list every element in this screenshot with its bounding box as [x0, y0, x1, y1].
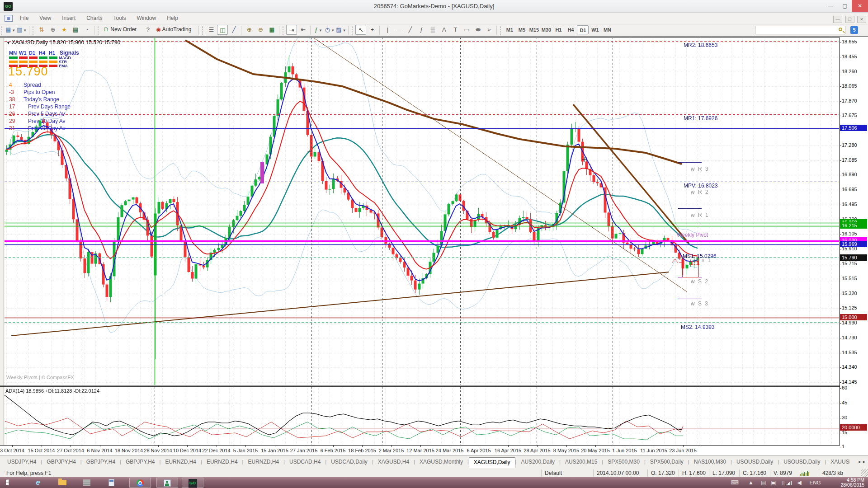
- trend-line-button[interactable]: ╱: [405, 25, 415, 35]
- lang-indicator[interactable]: ENG: [807, 477, 823, 488]
- monitor-tray-icon[interactable]: ▣: [769, 477, 778, 488]
- expert-advisors-button[interactable]: ?: [142, 25, 153, 35]
- keyboard-icon[interactable]: ⌨: [729, 477, 741, 488]
- fibonacci-button[interactable]: ƒ: [416, 25, 427, 35]
- tab-usdjpy-h4[interactable]: USDJPY,H4: [3, 456, 41, 467]
- tab-spx500-m30[interactable]: SPX500,M30: [603, 456, 644, 467]
- menu-view[interactable]: View: [34, 13, 57, 23]
- menu-window[interactable]: Window: [132, 13, 162, 23]
- menu-help[interactable]: Help: [161, 13, 184, 23]
- tab-gbpjpy-h4[interactable]: GBPJPY,H4: [121, 456, 159, 467]
- mdi-restore-button[interactable]: ❐: [845, 16, 854, 23]
- network-signal-icon[interactable]: [787, 481, 793, 485]
- tab-xagusd-monthly[interactable]: XAGUSD,Monthly: [415, 456, 467, 467]
- chrome-icon[interactable]: [129, 478, 151, 488]
- cursor-button[interactable]: ↖: [355, 25, 366, 35]
- tab-gbpjpy-h4[interactable]: GBPJPY,H4: [42, 456, 80, 467]
- arrows-button[interactable]: ➢: [484, 25, 495, 35]
- timeframe-m30[interactable]: M30: [540, 25, 552, 34]
- timeframe-w1[interactable]: W1: [589, 25, 601, 34]
- menu-tools[interactable]: Tools: [108, 13, 132, 23]
- timeframe-mn[interactable]: MN: [601, 25, 613, 34]
- tab-spx500-daily[interactable]: SPX500,Daily: [646, 456, 688, 467]
- data-window-button[interactable]: ⊕: [47, 25, 58, 35]
- auto-scroll-button[interactable]: ⇥: [286, 25, 297, 35]
- rectangle-button[interactable]: ▭: [461, 25, 472, 35]
- volume-icon[interactable]: ◀: [796, 477, 803, 488]
- horizontal-line-button[interactable]: —: [393, 25, 404, 35]
- navigator-button[interactable]: ★: [59, 25, 70, 35]
- date-axis[interactable]: 3 Oct 201415 Oct 201427 Oct 20146 Nov 20…: [0, 446, 840, 456]
- battery-icon[interactable]: ▯: [779, 477, 787, 488]
- timeframe-m1[interactable]: M1: [504, 25, 515, 34]
- app-bricks-icon[interactable]: [78, 478, 96, 488]
- win-tray-icon[interactable]: ▤: [760, 477, 768, 488]
- tab-gbpjpy-h4[interactable]: GBPJPY,H4: [82, 456, 120, 467]
- taskbar-clock[interactable]: 4:58 PM28/06/2015: [840, 478, 864, 488]
- maximize-button[interactable]: ▢: [838, 0, 852, 12]
- close-button[interactable]: ✕: [852, 0, 868, 12]
- menu-insert[interactable]: Insert: [57, 13, 81, 23]
- symbol-collapse-icon[interactable]: ▼: [6, 41, 11, 45]
- strategy-tester-button[interactable]: ◔: [81, 25, 92, 35]
- mdi-minimize-button[interactable]: —: [833, 16, 842, 23]
- chart-shift-button[interactable]: ⇤: [297, 25, 308, 35]
- indicators-list-button[interactable]: ƒ▼: [313, 25, 324, 35]
- timeframe-d1[interactable]: D1: [577, 25, 589, 34]
- tab-xauusd-h4[interactable]: XAUUSD,H4: [826, 456, 850, 467]
- channel-button[interactable]: ▒: [427, 25, 438, 35]
- bar-chart-type-button[interactable]: ☰: [206, 25, 217, 35]
- new-order-button[interactable]: 🗋 New Order: [102, 25, 140, 35]
- help-badge-icon[interactable]: 5: [850, 26, 858, 34]
- tab-usdcad-h4[interactable]: USDCAD,H4: [285, 456, 325, 467]
- text-button[interactable]: A: [439, 25, 449, 35]
- tab-aus200-m15[interactable]: AUS200,M15: [561, 456, 602, 467]
- resize-grip[interactable]: [861, 469, 868, 477]
- user-app-icon[interactable]: [156, 478, 178, 488]
- tile-windows-button[interactable]: ▦: [266, 25, 277, 35]
- start-icon[interactable]: [0, 478, 18, 488]
- tab-usousd-daily[interactable]: USOUSD,Daily: [779, 456, 825, 467]
- tray-expand-icon[interactable]: ▲: [747, 477, 755, 488]
- ellipse-button[interactable]: ⬬: [472, 25, 483, 35]
- terminal-button[interactable]: ▤: [70, 25, 81, 35]
- tab-eurnzd-h4[interactable]: EURNZD,H4: [202, 456, 242, 467]
- tab-eurnzd-h4[interactable]: EURNZD,H4: [160, 456, 201, 467]
- tab-usdcad-daily[interactable]: USDCAD,Daily: [326, 456, 372, 467]
- line-chart-type-button[interactable]: ╱: [228, 25, 239, 35]
- search-input[interactable]: [755, 26, 845, 34]
- vertical-line-button[interactable]: |: [382, 25, 393, 35]
- tab-scroll-right-icon[interactable]: ►: [862, 460, 866, 464]
- mdi-close-button[interactable]: ✕: [857, 16, 866, 23]
- minimize-button[interactable]: —: [824, 0, 837, 12]
- search-icon[interactable]: [839, 28, 842, 31]
- tab-eurnzd-h4[interactable]: EURNZD,H4: [243, 456, 283, 467]
- tab-xagusd-h4[interactable]: XAGUSD,H4: [373, 456, 414, 467]
- price-axis[interactable]: 18.65518.45518.26018.06517.87017.67517.2…: [840, 38, 868, 446]
- price-chart-canvas[interactable]: [0, 38, 840, 446]
- menu-file[interactable]: File: [14, 13, 34, 23]
- text-label-button[interactable]: T: [450, 25, 461, 35]
- file-explorer-icon[interactable]: [53, 478, 71, 488]
- periods-button[interactable]: ◷▼: [324, 25, 335, 35]
- tab-xagusd-daily[interactable]: XAGUSD,Daily: [469, 457, 515, 468]
- templates-button[interactable]: ▨▼: [335, 25, 346, 35]
- timeframe-m5[interactable]: M5: [516, 25, 528, 34]
- zoom-out-button[interactable]: ⊖: [255, 25, 266, 35]
- internet-explorer-icon[interactable]: e: [29, 478, 47, 488]
- tab-usousd-daily[interactable]: USOUSD,Daily: [732, 456, 778, 467]
- gomarkets-icon[interactable]: GO: [182, 478, 203, 488]
- calculator-icon[interactable]: [102, 478, 120, 488]
- tab-nas100-m30[interactable]: NAS100,M30: [689, 456, 731, 467]
- tab-aus200-daily[interactable]: AUS200,Daily: [516, 456, 559, 467]
- timeframe-h1[interactable]: H1: [552, 25, 564, 34]
- chart-profiles-button[interactable]: ▥▼: [16, 25, 27, 35]
- market-watch-button[interactable]: ⇅: [36, 25, 47, 35]
- timeframe-h4[interactable]: H4: [565, 25, 576, 34]
- tab-scroll-left-icon[interactable]: ◄: [857, 460, 861, 464]
- zoom-in-button[interactable]: ⊕: [244, 25, 255, 35]
- new-chart-button[interactable]: ▤▼: [5, 25, 16, 35]
- menu-charts[interactable]: Charts: [81, 13, 108, 23]
- crosshair-button[interactable]: +: [367, 25, 377, 35]
- timeframe-m15[interactable]: M15: [528, 25, 540, 34]
